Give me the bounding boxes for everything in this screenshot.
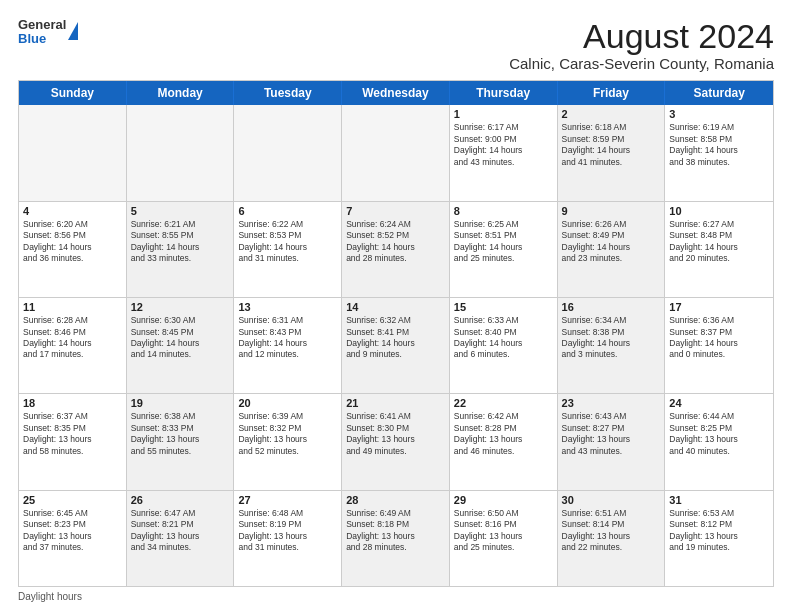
day-number: 28 <box>346 494 445 506</box>
day-number: 11 <box>23 301 122 313</box>
day-info: Sunrise: 6:37 AMSunset: 8:35 PMDaylight:… <box>23 411 122 457</box>
day-info: Sunrise: 6:44 AMSunset: 8:25 PMDaylight:… <box>669 411 769 457</box>
cal-cell: 14Sunrise: 6:32 AMSunset: 8:41 PMDayligh… <box>342 298 450 393</box>
cal-cell: 12Sunrise: 6:30 AMSunset: 8:45 PMDayligh… <box>127 298 235 393</box>
month-title: August 2024 <box>509 18 774 55</box>
cal-cell: 1Sunrise: 6:17 AMSunset: 9:00 PMDaylight… <box>450 105 558 200</box>
logo-text: General Blue <box>18 18 66 47</box>
day-number: 14 <box>346 301 445 313</box>
day-info: Sunrise: 6:31 AMSunset: 8:43 PMDaylight:… <box>238 315 337 361</box>
cal-header-cell-friday: Friday <box>558 81 666 105</box>
day-info: Sunrise: 6:53 AMSunset: 8:12 PMDaylight:… <box>669 508 769 554</box>
cal-cell: 15Sunrise: 6:33 AMSunset: 8:40 PMDayligh… <box>450 298 558 393</box>
day-info: Sunrise: 6:48 AMSunset: 8:19 PMDaylight:… <box>238 508 337 554</box>
day-number: 16 <box>562 301 661 313</box>
day-number: 25 <box>23 494 122 506</box>
cal-cell: 16Sunrise: 6:34 AMSunset: 8:38 PMDayligh… <box>558 298 666 393</box>
cal-week-4: 18Sunrise: 6:37 AMSunset: 8:35 PMDayligh… <box>19 394 773 490</box>
cal-cell <box>234 105 342 200</box>
cal-cell: 10Sunrise: 6:27 AMSunset: 8:48 PMDayligh… <box>665 202 773 297</box>
cal-header-cell-saturday: Saturday <box>665 81 773 105</box>
day-number: 9 <box>562 205 661 217</box>
day-info: Sunrise: 6:22 AMSunset: 8:53 PMDaylight:… <box>238 219 337 265</box>
day-info: Sunrise: 6:38 AMSunset: 8:33 PMDaylight:… <box>131 411 230 457</box>
cal-cell: 21Sunrise: 6:41 AMSunset: 8:30 PMDayligh… <box>342 394 450 489</box>
day-number: 4 <box>23 205 122 217</box>
cal-header-cell-sunday: Sunday <box>19 81 127 105</box>
cal-header-cell-thursday: Thursday <box>450 81 558 105</box>
logo-blue: Blue <box>18 32 66 46</box>
cal-week-5: 25Sunrise: 6:45 AMSunset: 8:23 PMDayligh… <box>19 491 773 586</box>
day-info: Sunrise: 6:47 AMSunset: 8:21 PMDaylight:… <box>131 508 230 554</box>
day-info: Sunrise: 6:28 AMSunset: 8:46 PMDaylight:… <box>23 315 122 361</box>
day-number: 30 <box>562 494 661 506</box>
cal-cell: 8Sunrise: 6:25 AMSunset: 8:51 PMDaylight… <box>450 202 558 297</box>
day-number: 26 <box>131 494 230 506</box>
cal-cell: 23Sunrise: 6:43 AMSunset: 8:27 PMDayligh… <box>558 394 666 489</box>
day-number: 19 <box>131 397 230 409</box>
cal-cell: 29Sunrise: 6:50 AMSunset: 8:16 PMDayligh… <box>450 491 558 586</box>
day-info: Sunrise: 6:34 AMSunset: 8:38 PMDaylight:… <box>562 315 661 361</box>
cal-cell: 17Sunrise: 6:36 AMSunset: 8:37 PMDayligh… <box>665 298 773 393</box>
header: General Blue August 2024 Calnic, Caras-S… <box>18 18 774 72</box>
day-info: Sunrise: 6:36 AMSunset: 8:37 PMDaylight:… <box>669 315 769 361</box>
location-subtitle: Calnic, Caras-Severin County, Romania <box>509 55 774 72</box>
day-info: Sunrise: 6:30 AMSunset: 8:45 PMDaylight:… <box>131 315 230 361</box>
day-number: 20 <box>238 397 337 409</box>
cal-cell: 4Sunrise: 6:20 AMSunset: 8:56 PMDaylight… <box>19 202 127 297</box>
cal-cell: 3Sunrise: 6:19 AMSunset: 8:58 PMDaylight… <box>665 105 773 200</box>
cal-cell: 31Sunrise: 6:53 AMSunset: 8:12 PMDayligh… <box>665 491 773 586</box>
day-number: 17 <box>669 301 769 313</box>
day-number: 21 <box>346 397 445 409</box>
day-number: 29 <box>454 494 553 506</box>
day-info: Sunrise: 6:20 AMSunset: 8:56 PMDaylight:… <box>23 219 122 265</box>
day-number: 24 <box>669 397 769 409</box>
day-info: Sunrise: 6:24 AMSunset: 8:52 PMDaylight:… <box>346 219 445 265</box>
day-info: Sunrise: 6:43 AMSunset: 8:27 PMDaylight:… <box>562 411 661 457</box>
day-number: 6 <box>238 205 337 217</box>
footer-text: Daylight hours <box>18 591 82 602</box>
cal-cell: 22Sunrise: 6:42 AMSunset: 8:28 PMDayligh… <box>450 394 558 489</box>
page: General Blue August 2024 Calnic, Caras-S… <box>0 0 792 612</box>
day-info: Sunrise: 6:18 AMSunset: 8:59 PMDaylight:… <box>562 122 661 168</box>
cal-cell: 9Sunrise: 6:26 AMSunset: 8:49 PMDaylight… <box>558 202 666 297</box>
logo: General Blue <box>18 18 78 47</box>
cal-cell: 28Sunrise: 6:49 AMSunset: 8:18 PMDayligh… <box>342 491 450 586</box>
day-info: Sunrise: 6:50 AMSunset: 8:16 PMDaylight:… <box>454 508 553 554</box>
day-info: Sunrise: 6:51 AMSunset: 8:14 PMDaylight:… <box>562 508 661 554</box>
day-number: 13 <box>238 301 337 313</box>
cal-header-cell-tuesday: Tuesday <box>234 81 342 105</box>
cal-cell: 2Sunrise: 6:18 AMSunset: 8:59 PMDaylight… <box>558 105 666 200</box>
cal-week-3: 11Sunrise: 6:28 AMSunset: 8:46 PMDayligh… <box>19 298 773 394</box>
cal-cell <box>342 105 450 200</box>
cal-cell: 30Sunrise: 6:51 AMSunset: 8:14 PMDayligh… <box>558 491 666 586</box>
day-info: Sunrise: 6:26 AMSunset: 8:49 PMDaylight:… <box>562 219 661 265</box>
calendar-header-row: SundayMondayTuesdayWednesdayThursdayFrid… <box>19 81 773 105</box>
cal-cell: 11Sunrise: 6:28 AMSunset: 8:46 PMDayligh… <box>19 298 127 393</box>
cal-cell: 20Sunrise: 6:39 AMSunset: 8:32 PMDayligh… <box>234 394 342 489</box>
cal-cell: 18Sunrise: 6:37 AMSunset: 8:35 PMDayligh… <box>19 394 127 489</box>
logo-general: General <box>18 18 66 32</box>
cal-cell: 27Sunrise: 6:48 AMSunset: 8:19 PMDayligh… <box>234 491 342 586</box>
day-info: Sunrise: 6:19 AMSunset: 8:58 PMDaylight:… <box>669 122 769 168</box>
day-info: Sunrise: 6:17 AMSunset: 9:00 PMDaylight:… <box>454 122 553 168</box>
day-number: 27 <box>238 494 337 506</box>
cal-cell: 7Sunrise: 6:24 AMSunset: 8:52 PMDaylight… <box>342 202 450 297</box>
day-number: 15 <box>454 301 553 313</box>
day-number: 2 <box>562 108 661 120</box>
footer: Daylight hours <box>18 591 774 602</box>
cal-cell: 19Sunrise: 6:38 AMSunset: 8:33 PMDayligh… <box>127 394 235 489</box>
day-number: 18 <box>23 397 122 409</box>
day-info: Sunrise: 6:42 AMSunset: 8:28 PMDaylight:… <box>454 411 553 457</box>
cal-cell <box>127 105 235 200</box>
cal-cell: 13Sunrise: 6:31 AMSunset: 8:43 PMDayligh… <box>234 298 342 393</box>
day-info: Sunrise: 6:45 AMSunset: 8:23 PMDaylight:… <box>23 508 122 554</box>
cal-header-cell-monday: Monday <box>127 81 235 105</box>
cal-cell: 6Sunrise: 6:22 AMSunset: 8:53 PMDaylight… <box>234 202 342 297</box>
day-number: 8 <box>454 205 553 217</box>
day-info: Sunrise: 6:21 AMSunset: 8:55 PMDaylight:… <box>131 219 230 265</box>
day-number: 5 <box>131 205 230 217</box>
day-info: Sunrise: 6:33 AMSunset: 8:40 PMDaylight:… <box>454 315 553 361</box>
cal-header-cell-wednesday: Wednesday <box>342 81 450 105</box>
day-number: 31 <box>669 494 769 506</box>
